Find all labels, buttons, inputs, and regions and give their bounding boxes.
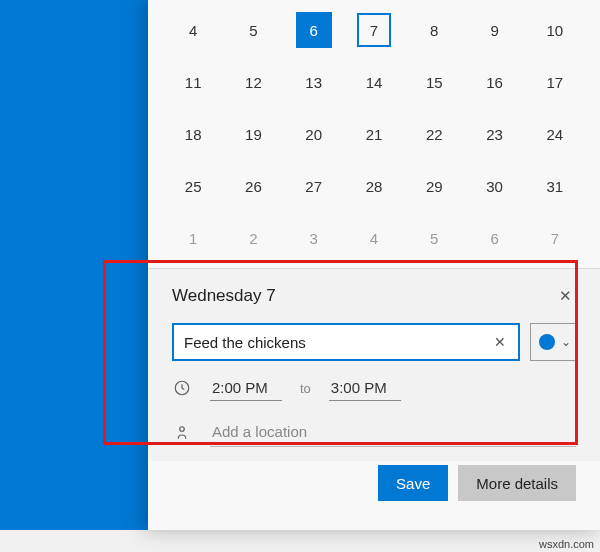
day-cell[interactable]: 20 xyxy=(285,116,343,152)
day-cell[interactable]: 26 xyxy=(224,168,282,204)
event-title-row: ✕ ⌄ xyxy=(172,323,576,361)
calendar-picker[interactable]: ⌄ xyxy=(530,323,576,361)
day-cell[interactable]: 28 xyxy=(345,168,403,204)
day-cell[interactable]: 15 xyxy=(405,64,463,100)
day-cell[interactable]: 7 xyxy=(345,12,403,48)
day-cell[interactable]: 27 xyxy=(285,168,343,204)
end-time-field[interactable]: 3:00 PM xyxy=(329,375,401,401)
day-cell[interactable]: 21 xyxy=(345,116,403,152)
event-title-input-wrap[interactable]: ✕ xyxy=(172,323,520,361)
day-cell[interactable]: 5 xyxy=(405,220,463,256)
day-cell[interactable]: 8 xyxy=(405,12,463,48)
day-cell[interactable]: 6 xyxy=(465,220,523,256)
more-details-button[interactable]: More details xyxy=(458,465,576,501)
location-input[interactable] xyxy=(210,417,576,447)
day-cell[interactable]: 5 xyxy=(224,12,282,48)
day-cell[interactable]: 12 xyxy=(224,64,282,100)
day-cell[interactable]: 17 xyxy=(526,64,584,100)
day-cell[interactable]: 18 xyxy=(164,116,222,152)
clear-title-icon[interactable]: ✕ xyxy=(488,330,512,354)
day-cell[interactable]: 9 xyxy=(465,12,523,48)
location-icon xyxy=(172,422,192,442)
day-cell[interactable]: 10 xyxy=(526,12,584,48)
day-cell[interactable]: 24 xyxy=(526,116,584,152)
day-cell[interactable]: 13 xyxy=(285,64,343,100)
event-title-input[interactable] xyxy=(184,334,488,351)
day-cell[interactable]: 7 xyxy=(526,220,584,256)
calendar-color-dot xyxy=(539,334,555,350)
close-icon[interactable]: ✕ xyxy=(555,283,576,309)
watermark-text: wsxdn.com xyxy=(539,538,594,550)
day-cell[interactable]: 31 xyxy=(526,168,584,204)
event-date-title: Wednesday 7 xyxy=(172,286,276,306)
day-cell[interactable]: 19 xyxy=(224,116,282,152)
event-location-row xyxy=(172,417,576,447)
day-cell[interactable]: 4 xyxy=(345,220,403,256)
day-cell[interactable]: 22 xyxy=(405,116,463,152)
day-cell[interactable]: 29 xyxy=(405,168,463,204)
day-cell[interactable]: 23 xyxy=(465,116,523,152)
svg-point-1 xyxy=(180,427,185,432)
day-cell[interactable]: 30 xyxy=(465,168,523,204)
quick-event-panel: Wednesday 7 ✕ ✕ ⌄ 2:00 PM to 3:00 PM xyxy=(148,268,600,461)
day-cell[interactable]: 6 xyxy=(285,12,343,48)
start-time-field[interactable]: 2:00 PM xyxy=(210,375,282,401)
day-cell[interactable]: 25 xyxy=(164,168,222,204)
clock-icon xyxy=(172,378,192,398)
day-cell[interactable]: 16 xyxy=(465,64,523,100)
day-cell[interactable]: 14 xyxy=(345,64,403,100)
desktop-background xyxy=(0,0,148,530)
event-header: Wednesday 7 ✕ xyxy=(172,283,576,309)
time-to-label: to xyxy=(300,381,311,396)
calendar-flyout: 4567891011121314151617181920212223242526… xyxy=(148,0,600,530)
day-cell[interactable]: 3 xyxy=(285,220,343,256)
day-cell[interactable]: 4 xyxy=(164,12,222,48)
day-cell[interactable]: 1 xyxy=(164,220,222,256)
event-buttons-row: Save More details xyxy=(148,461,600,501)
chevron-down-icon: ⌄ xyxy=(561,335,571,349)
day-cell[interactable]: 2 xyxy=(224,220,282,256)
day-cell[interactable]: 11 xyxy=(164,64,222,100)
save-button[interactable]: Save xyxy=(378,465,448,501)
calendar-grid: 4567891011121314151617181920212223242526… xyxy=(162,6,586,256)
event-time-row: 2:00 PM to 3:00 PM xyxy=(172,375,576,401)
